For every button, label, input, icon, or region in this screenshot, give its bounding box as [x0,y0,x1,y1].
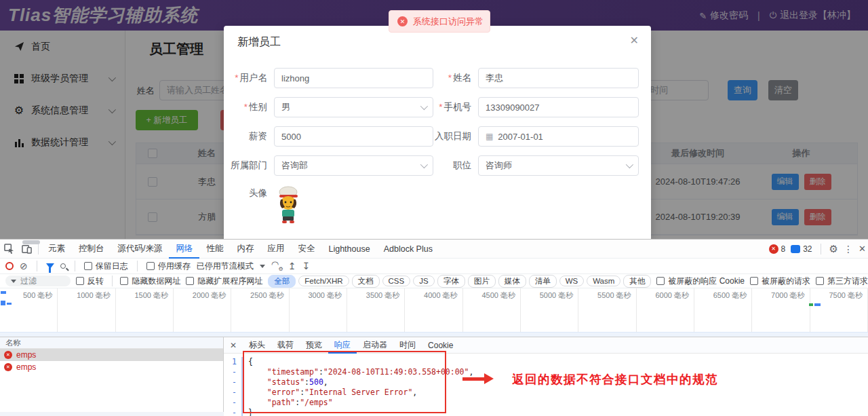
close-icon[interactable] [630,34,639,47]
dept-select[interactable]: 咨询部 [274,155,433,176]
request-error-icon [4,351,12,359]
settings-gear-icon[interactable] [829,243,838,255]
request-type-pill[interactable]: 其他 [623,275,651,288]
toast-message: 系统接口访问异常 [413,16,484,28]
invert-checkbox[interactable]: 反转 [76,276,104,287]
network-conditions-icon[interactable] [271,262,282,270]
message-count-badge[interactable]: 32 [791,244,812,254]
devtools-drag-handle[interactable] [22,240,40,244]
name-field[interactable]: 李忠 [478,68,639,88]
request-type-pill[interactable]: 图片 [468,275,496,288]
timeline-tick-label: 1500 毫秒 [116,288,174,333]
divider [112,276,113,286]
avatar-label: 头像 [224,187,274,200]
entry-date-label: 入职日期 [433,130,478,143]
devtools-tab[interactable]: 性能 [199,240,230,259]
request-type-pill[interactable]: 文档 [352,275,380,288]
devtools-tab[interactable]: 元素 [41,240,72,259]
blocked-requests-checkbox[interactable]: 被屏蔽的请求 [750,276,810,287]
request-type-pill[interactable]: Fetch/XHR [298,276,349,286]
request-type-pill[interactable]: WS [559,276,585,286]
annotation-box [243,351,446,413]
devtools-tab[interactable]: Lighthouse [321,240,376,259]
timeline-summary-band [0,332,868,337]
devtools-tab[interactable]: 控制台 [72,240,111,259]
request-row[interactable]: emps [0,361,223,373]
more-options-icon[interactable] [844,244,853,254]
hide-extension-urls-checkbox[interactable]: 隐藏扩展程序网址 [186,276,262,287]
message-icon [791,245,800,253]
error-count-badge[interactable]: 8 [769,244,786,254]
avatar-image[interactable] [274,185,302,224]
third-party-checkbox[interactable]: 第三方请求 [816,276,868,287]
request-waterfall-bar [1,291,6,294]
request-type-pill[interactable]: CSS [382,276,411,286]
devtools-tabbar: 元素控制台源代码/来源网络性能内存应用安全LighthouseAdblock P… [0,240,868,259]
devtools-tab[interactable]: Adblock Plus [377,240,439,259]
disable-cache-checkbox[interactable]: 停用缓存 [146,261,191,272]
request-waterfall-bar [1,301,5,305]
checkbox [84,262,92,270]
timeline-tick-label: 3500 毫秒 [347,288,405,333]
checkbox [146,262,155,270]
clear-network-log-icon[interactable] [20,261,28,271]
chevron-down-icon [420,102,428,110]
timeline-tick-label: 6000 毫秒 [637,288,694,333]
request-type-pill[interactable]: 全部 [268,275,296,288]
phone-field[interactable]: 13309090027 [478,97,639,117]
export-har-icon[interactable] [302,261,310,271]
dialog-title: 新增员工 [237,35,281,50]
search-icon[interactable] [60,263,66,269]
request-waterfall-bar [814,303,821,306]
username-field[interactable]: lizhong [274,68,433,88]
blocked-cookies-checkbox[interactable]: 被屏蔽的响应 Cookie [656,276,745,287]
horizontal-scrollbar[interactable] [0,412,224,416]
checkbox [120,277,128,285]
inspect-element-icon[interactable] [0,240,18,258]
gender-select[interactable]: 男 [274,97,433,117]
throttling-dropdown[interactable]: 已停用节流模式 [197,261,265,272]
timeline-tick-label: 5000 毫秒 [521,288,578,333]
close-devtools-icon[interactable] [859,244,867,254]
job-select[interactable]: 咨询师 [478,155,639,176]
error-toast: 系统接口访问异常 [389,10,490,33]
timeline-tick-label: 500 毫秒 [0,288,58,333]
devtools-tab[interactable]: 应用 [260,240,291,259]
devtools-tab[interactable]: 源代码/来源 [111,240,170,259]
annotation-arrow [462,377,490,381]
entry-date-picker[interactable]: 2007-01-01 [478,126,639,147]
request-type-pill[interactable]: 字体 [437,275,465,288]
response-panel: 标头载荷预览响应启动器时间Cookie 1{- "timestamp": "20… [224,337,868,416]
request-type-pill[interactable]: 清单 [529,275,557,288]
import-har-icon[interactable] [288,261,296,271]
timeline-tick-label: 4500 毫秒 [463,288,521,333]
calendar-icon [486,132,493,141]
devtools-tab[interactable]: 网络 [169,240,199,259]
record-network-log-button[interactable] [5,262,14,270]
checkbox [816,277,824,285]
network-timeline[interactable]: 500 毫秒1000 毫秒1500 毫秒2000 毫秒2500 毫秒3000 毫… [0,288,868,333]
devtools-tab[interactable]: 内存 [230,240,260,259]
request-row[interactable]: emps [0,349,223,361]
preserve-log-checkbox[interactable]: 保留日志 [84,261,128,272]
devtools-tab[interactable]: 安全 [291,240,321,259]
hide-data-urls-checkbox[interactable]: 隐藏数据网址 [120,276,180,287]
filter-input[interactable]: 过滤 [5,276,71,286]
timeline-tick-label: 3000 毫秒 [290,288,347,333]
divider [137,261,138,271]
request-type-pill[interactable]: 媒体 [498,275,526,288]
request-type-pill[interactable]: Wasm [587,276,620,286]
add-employee-dialog: 新增员工 用户名 lizhong 姓名 李忠 性别 男 手机号 13309090… [224,26,651,239]
chevron-down-icon [420,161,428,168]
filter-funnel-icon[interactable] [46,263,54,269]
salary-label: 薪资 [224,130,274,143]
divider [37,261,37,271]
close-icon[interactable] [224,341,243,350]
request-type-pill[interactable]: JS [413,276,434,286]
gender-value: 男 [281,101,290,113]
salary-field[interactable]: 5000 [274,126,433,147]
timeline-tick-label: 7500 毫秒 [810,288,868,333]
entry-date-value: 2007-01-01 [498,132,543,142]
devtools-panel: 元素控制台源代码/来源网络性能内存应用安全LighthouseAdblock P… [0,239,868,416]
devtools-tabs: 元素控制台源代码/来源网络性能内存应用安全LighthouseAdblock P… [41,240,439,259]
